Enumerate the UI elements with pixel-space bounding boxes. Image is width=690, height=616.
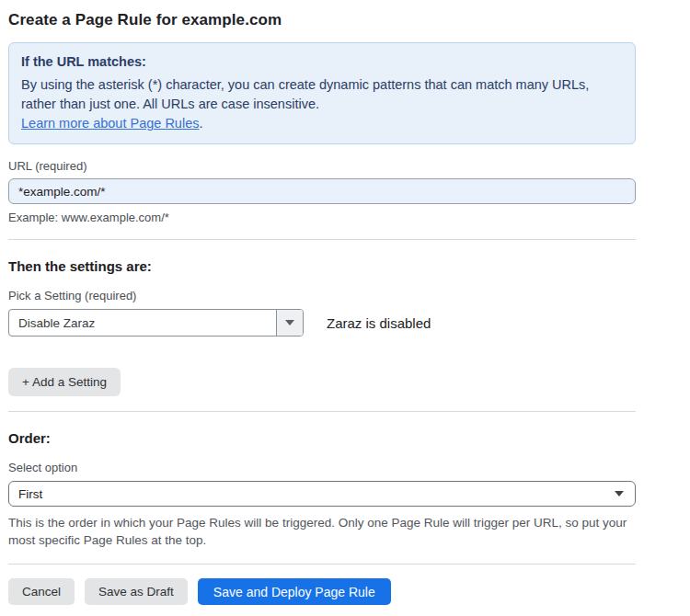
- info-box-body: By using the asterisk (*) character, you…: [21, 75, 623, 114]
- chevron-down-icon: [285, 320, 294, 325]
- zaraz-status-text: Zaraz is disabled: [327, 315, 431, 331]
- add-setting-button[interactable]: + Add a Setting: [8, 368, 121, 396]
- setting-select-arrow-button[interactable]: [276, 310, 303, 336]
- page-rule-form: Create a Page Rule for example.com If th…: [0, 0, 690, 605]
- divider: [8, 564, 636, 565]
- url-input[interactable]: [8, 178, 636, 204]
- url-example-helper: Example: www.example.com/*: [8, 211, 636, 224]
- order-heading: Order:: [8, 430, 636, 446]
- learn-more-link[interactable]: Learn more about Page Rules: [21, 116, 199, 131]
- url-matches-info-box: If the URL matches: By using the asteris…: [8, 42, 636, 144]
- divider: [8, 239, 636, 240]
- page-title: Create a Page Rule for example.com: [8, 11, 636, 29]
- select-option-label: Select option: [8, 461, 636, 474]
- action-buttons: Cancel Save as Draft Save and Deploy Pag…: [8, 578, 636, 605]
- info-box-link-line: Learn more about Page Rules.: [21, 114, 623, 133]
- divider: [8, 411, 636, 412]
- setting-row: Disable Zaraz Zaraz is disabled: [8, 309, 636, 337]
- chevron-down-icon: [615, 491, 624, 496]
- setting-select[interactable]: Disable Zaraz: [8, 309, 304, 337]
- link-period: .: [199, 116, 202, 131]
- save-as-draft-button[interactable]: Save as Draft: [85, 578, 188, 605]
- settings-heading: Then the settings are:: [8, 258, 636, 274]
- cancel-button[interactable]: Cancel: [8, 578, 75, 605]
- save-and-deploy-button[interactable]: Save and Deploy Page Rule: [198, 578, 391, 605]
- order-select-value: First: [18, 487, 42, 501]
- order-select[interactable]: First: [8, 481, 636, 507]
- pick-setting-label: Pick a Setting (required): [8, 289, 636, 302]
- url-label: URL (required): [8, 159, 636, 173]
- setting-select-value: Disable Zaraz: [9, 310, 276, 336]
- order-description: This is the order in which your Page Rul…: [8, 514, 636, 549]
- info-box-heading: If the URL matches:: [21, 52, 623, 72]
